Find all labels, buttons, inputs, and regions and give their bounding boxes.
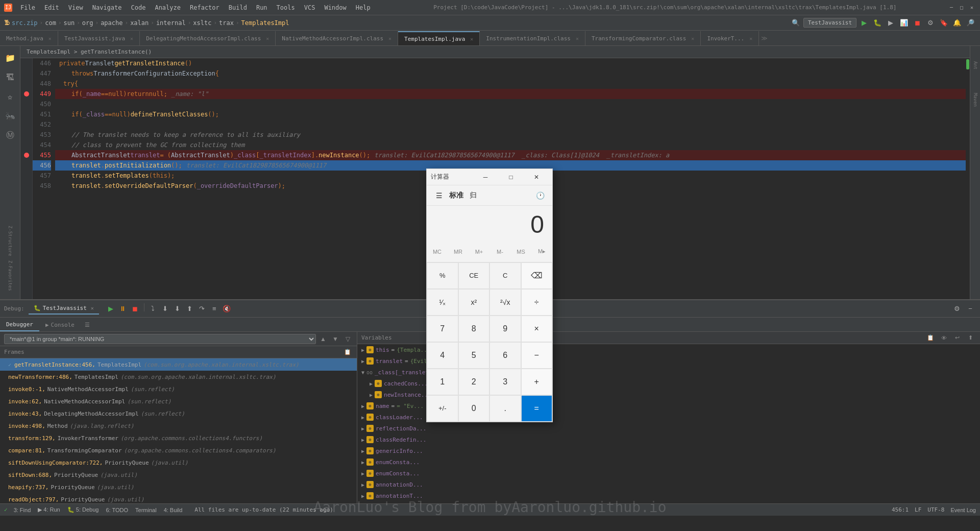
tab-templatesimpl[interactable]: TemplatesImpl.java ✕	[398, 31, 480, 45]
resume-btn[interactable]: ▶	[105, 303, 116, 315]
tab-delegating[interactable]: DelegatingMethodAccessorImpl.class ✕	[140, 31, 276, 45]
debug-settings-btn[interactable]: ⚙	[951, 303, 963, 315]
frame-9[interactable]: siftDown:688, PriorityQueue (java.util)	[0, 469, 357, 481]
var-name-expand[interactable]: ▶	[361, 403, 364, 409]
bc-xsltc[interactable]: xsltc	[193, 19, 211, 27]
restore-button[interactable]: □	[958, 4, 966, 12]
tab-method-java[interactable]: Method.java ✕	[0, 31, 58, 45]
frames-list[interactable]: ✓ getTransletInstance:456, TemplatesImpl…	[0, 358, 357, 503]
frame-5[interactable]: invoke:498, Method (java.lang.reflect)	[0, 420, 357, 432]
bc-srczip-label[interactable]: src.zip	[12, 19, 38, 27]
more-tabs-button[interactable]: ≫	[761, 35, 768, 42]
close-button[interactable]: ✕	[968, 4, 976, 12]
var-annotationd-expand[interactable]: ▶	[361, 482, 364, 488]
calc-7-btn[interactable]: 7	[427, 316, 458, 342]
calc-divide-btn[interactable]: ÷	[521, 289, 553, 316]
bc-trax[interactable]: trax	[219, 19, 234, 27]
calc-mminus-btn[interactable]: M-	[489, 242, 510, 262]
status-find-btn[interactable]: 3: Find	[11, 507, 34, 513]
notification-button[interactable]: 🔔	[951, 17, 963, 29]
step-over-btn[interactable]: ⤵	[148, 303, 159, 315]
activity-structure[interactable]: 🏗	[3, 69, 18, 85]
thread-dropdown[interactable]: *main*@1 in group *main*: RUNNING	[4, 334, 316, 344]
var-this-expand[interactable]: ▶	[361, 347, 364, 353]
calc-1-btn[interactable]: 1	[427, 369, 458, 395]
var-enumconst1-expand[interactable]: ▶	[361, 460, 364, 465]
calc-minimize-btn[interactable]: ─	[474, 169, 497, 185]
tab-invoker[interactable]: InvokerT... ✕	[701, 31, 759, 45]
tab-testjavassist[interactable]: TestJavassist.java ✕	[58, 31, 140, 45]
bookmark-button[interactable]: 🔖	[938, 17, 949, 29]
calc-equals-btn[interactable]: =	[521, 395, 553, 422]
calc-plus-btn[interactable]: +	[521, 369, 553, 395]
right-tab-maven[interactable]: Maven	[971, 85, 979, 115]
var-enumconst2[interactable]: ▶ ⊕ enumConsta...	[357, 468, 980, 479]
menu-analyze[interactable]: Analyze	[151, 3, 185, 12]
var-classvaluem[interactable]: ▶ ⊕ classValueM...	[357, 501, 980, 503]
bc-templatesimpl[interactable]: TemplatesImpl	[241, 19, 289, 27]
bc-com[interactable]: com	[45, 19, 56, 27]
calc-close-btn[interactable]: ✕	[525, 169, 548, 185]
menu-edit[interactable]: Edit	[40, 3, 63, 12]
frame-7[interactable]: compare:81, TransformingComparator (org.…	[0, 444, 357, 456]
frame-10[interactable]: heapify:737, PriorityQueue (java.util)	[0, 481, 357, 493]
calc-mr-btn[interactable]: MR	[448, 242, 469, 262]
calc-menu-btn[interactable]: ☰	[433, 189, 445, 202]
calc-percent-btn[interactable]: %	[427, 262, 458, 289]
run-to-cursor-btn[interactable]: ↷	[197, 303, 208, 315]
menu-refactor[interactable]: Refactor	[186, 3, 224, 12]
tab-templatesimpl-close[interactable]: ✕	[470, 36, 473, 42]
stop-button[interactable]: ◼	[912, 17, 923, 29]
force-step-into-btn[interactable]: ⬇	[172, 303, 183, 315]
calc-4-btn[interactable]: 4	[427, 342, 458, 369]
tab-instrumentation[interactable]: InstrumentationImpl.class ✕	[480, 31, 585, 45]
bc-sun[interactable]: sun	[64, 19, 75, 27]
calc-3-btn[interactable]: 3	[489, 369, 521, 395]
tab-native[interactable]: NativeMethodAccessorImpl.class ✕	[276, 31, 398, 45]
step-into-btn[interactable]: ⬇	[160, 303, 171, 315]
calc-restore-btn[interactable]: □	[499, 169, 523, 185]
calc-negate-btn[interactable]: +/-	[427, 395, 458, 422]
calc-mplus-btn[interactable]: M+	[469, 242, 489, 262]
menu-build[interactable]: Build	[225, 3, 251, 12]
calc-6-btn[interactable]: 6	[489, 342, 521, 369]
frame-3[interactable]: invoke:62, NativeMethodAccessorImpl (sun…	[0, 395, 357, 407]
calc-9-btn[interactable]: 9	[489, 316, 521, 342]
menu-tools[interactable]: Tools	[273, 3, 299, 12]
activity-project[interactable]: 📁	[3, 50, 18, 65]
tab-method-java-close[interactable]: ✕	[48, 36, 52, 41]
menu-run[interactable]: Run	[252, 3, 272, 12]
thread-filter-btn[interactable]: ▽	[342, 334, 353, 344]
status-terminal-btn[interactable]: Terminal	[132, 507, 160, 513]
search-button[interactable]: 🔎	[965, 17, 976, 29]
status-build-btn[interactable]: 4: Build	[161, 507, 186, 513]
calc-8-btn[interactable]: 8	[458, 316, 490, 342]
debug-tab-debugger[interactable]: 🐛 TestJavassist ✕	[29, 303, 99, 315]
menu-vcs[interactable]: VCS	[300, 3, 320, 12]
frame-6[interactable]: transform:129, InvokerTransformer (org.a…	[0, 432, 357, 444]
restore-btn[interactable]: ↩	[951, 332, 963, 344]
breakpoint-455[interactable]	[24, 153, 29, 158]
menu-navigate[interactable]: Navigate	[88, 3, 126, 12]
bc-internal[interactable]: internal	[156, 19, 186, 27]
bc-org[interactable]: org	[82, 19, 93, 27]
event-log-btn[interactable]: Event Log	[950, 506, 976, 513]
breakpoint-449[interactable]	[24, 91, 29, 96]
frame-8[interactable]: siftDownUsingComparator:722, PriorityQue…	[0, 456, 357, 469]
add-variable-btn[interactable]: 📋	[925, 332, 936, 344]
tab-testjavassist-close[interactable]: ✕	[130, 36, 133, 41]
calc-c-btn[interactable]: C	[489, 262, 521, 289]
watch-btn[interactable]: 👁	[938, 332, 949, 344]
var-oo-class-expand[interactable]: ▼	[361, 370, 364, 375]
activity-zstructure[interactable]: Z-Structure	[3, 226, 18, 256]
calc-multiply-btn[interactable]: ×	[521, 316, 553, 342]
var-newinstance-expand[interactable]: ▶	[370, 392, 373, 398]
pause-btn[interactable]: ⏸	[117, 303, 129, 315]
var-genericinfo-expand[interactable]: ▶	[361, 448, 364, 454]
var-annotationd[interactable]: ▶ ⊕ annotationD...	[357, 479, 980, 490]
var-cachedcons-expand[interactable]: ▶	[370, 381, 373, 387]
calc-ce-btn[interactable]: CE	[458, 262, 490, 289]
var-annotationt-expand[interactable]: ▶	[361, 493, 364, 499]
calc-0-btn[interactable]: 0	[458, 395, 490, 422]
tab-native-close[interactable]: ✕	[388, 36, 391, 41]
